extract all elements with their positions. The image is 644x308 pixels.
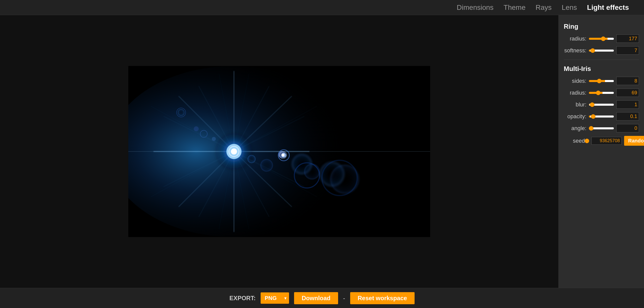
- blur-slider-container: [589, 102, 614, 107]
- seed-label: seed:: [564, 138, 586, 144]
- tab-theme[interactable]: Theme: [504, 4, 526, 12]
- format-select[interactable]: PNG JPEG WebP: [261, 292, 289, 304]
- iris-radius-label: radius:: [564, 90, 586, 96]
- top-nav: Dimensions Theme Rays Lens Light effects: [0, 0, 644, 15]
- tab-dimensions[interactable]: Dimensions: [457, 4, 494, 12]
- svg-point-49: [281, 153, 285, 157]
- sides-label: sides:: [564, 78, 586, 84]
- svg-point-32: [233, 150, 235, 153]
- angle-slider-container: [589, 126, 614, 131]
- canvas-area[interactable]: [0, 15, 558, 288]
- angle-label: angle:: [564, 125, 586, 132]
- svg-point-34: [260, 158, 274, 172]
- ring-softness-slider-container: [589, 48, 614, 53]
- iris-radius-slider[interactable]: [589, 92, 614, 94]
- ring-softness-label: softness:: [564, 47, 586, 54]
- angle-value[interactable]: 0: [616, 124, 639, 132]
- svg-point-48: [212, 137, 216, 141]
- tab-light-effects[interactable]: Light effects: [587, 4, 629, 12]
- bottom-bar: EXPORT: PNG JPEG WebP ▾ Download - Reset…: [0, 288, 644, 308]
- nav-tabs: Dimensions Theme Rays Lens Light effects: [457, 4, 639, 12]
- opacity-row: opacity: 0.1: [564, 112, 639, 121]
- tab-lens[interactable]: Lens: [562, 4, 577, 12]
- opacity-label: opacity:: [564, 113, 586, 120]
- right-panel: Ring radius: 177 softness: 7 Multi-Iris …: [558, 15, 644, 288]
- lens-canvas: [128, 66, 430, 237]
- sides-slider-container: [589, 78, 614, 84]
- blur-value[interactable]: 1: [616, 100, 639, 109]
- ring-radius-row: radius: 177: [564, 34, 639, 43]
- svg-point-33: [247, 155, 256, 164]
- opacity-slider-container: [589, 114, 614, 119]
- opacity-slider[interactable]: [589, 116, 614, 118]
- separator: -: [343, 295, 345, 302]
- opacity-value[interactable]: 0.1: [616, 112, 639, 121]
- export-label: EXPORT:: [229, 295, 256, 302]
- ring-radius-slider-container: [589, 36, 614, 42]
- angle-row: angle: 0: [564, 124, 639, 132]
- blur-label: blur:: [564, 101, 586, 108]
- blur-slider[interactable]: [589, 104, 614, 106]
- ring-softness-value[interactable]: 7: [616, 46, 639, 55]
- seed-value[interactable]: 93625708: [591, 137, 622, 145]
- multi-iris-section-title: Multi-Iris: [564, 65, 639, 73]
- ring-section-title: Ring: [564, 23, 639, 30]
- angle-slider[interactable]: [589, 127, 614, 129]
- reset-workspace-button[interactable]: Reset workspace: [350, 292, 415, 304]
- main-area: Ring radius: 177 softness: 7 Multi-Iris …: [0, 15, 644, 288]
- iris-radius-value[interactable]: 69: [616, 89, 639, 97]
- ring-softness-slider[interactable]: [589, 50, 614, 52]
- sides-value[interactable]: 8: [616, 77, 639, 85]
- section-divider-1: [564, 60, 639, 60]
- tab-rays[interactable]: Rays: [536, 4, 552, 12]
- svg-point-39: [303, 163, 321, 180]
- iris-radius-slider-container: [589, 90, 614, 96]
- sides-row: sides: 8: [564, 77, 639, 85]
- svg-point-42: [328, 163, 361, 196]
- format-select-wrapper: PNG JPEG WebP ▾: [261, 292, 289, 304]
- ring-radius-label: radius:: [564, 35, 586, 42]
- randomize-button[interactable]: Randomize: [624, 136, 644, 146]
- iris-radius-row: radius: 69: [564, 89, 639, 97]
- ring-radius-value[interactable]: 177: [616, 34, 639, 43]
- blur-row: blur: 1: [564, 100, 639, 109]
- ring-radius-slider[interactable]: [589, 38, 614, 40]
- svg-point-46: [194, 126, 199, 131]
- seed-row: seed: 93625708 Randomize: [564, 136, 639, 146]
- download-button[interactable]: Download: [294, 292, 338, 304]
- svg-point-44: [177, 109, 185, 116]
- ring-softness-row: softness: 7: [564, 46, 639, 55]
- sides-slider[interactable]: [589, 80, 614, 82]
